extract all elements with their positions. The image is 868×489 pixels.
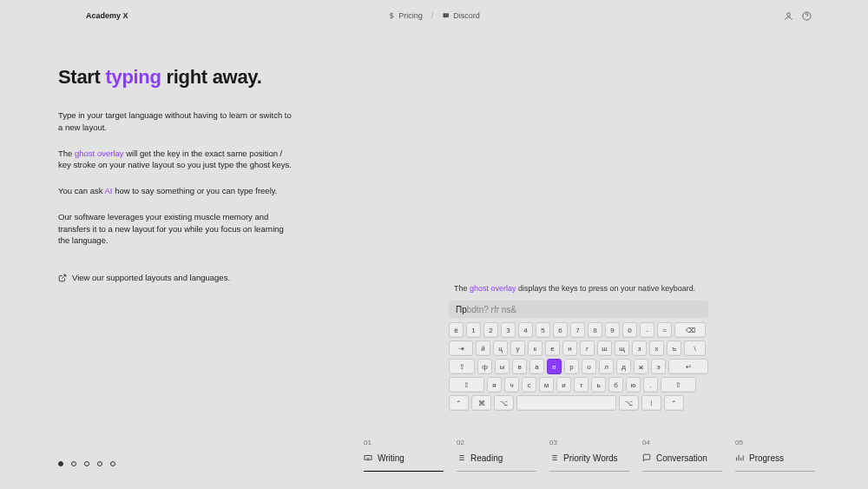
- key-2-8[interactable]: ш: [597, 340, 612, 356]
- paragraph-3: You can ask AI how to say something or y…: [58, 185, 293, 197]
- key-1-10[interactable]: 0: [622, 322, 637, 338]
- key-3-7[interactable]: о: [582, 359, 596, 374]
- key-1-0[interactable]: ë: [449, 322, 464, 338]
- key-2-9[interactable]: щ: [615, 340, 629, 356]
- key-3-6[interactable]: р: [564, 359, 579, 374]
- key-2-5[interactable]: е: [545, 340, 560, 356]
- key-2-3[interactable]: у: [510, 340, 525, 356]
- ai-link[interactable]: AI: [105, 186, 113, 195]
- ghost-overlay-link-2[interactable]: ghost overlay: [470, 284, 516, 293]
- key-2-2[interactable]: ц: [493, 340, 508, 356]
- key-1-13[interactable]: ⌫: [674, 322, 706, 338]
- list-icon: [549, 450, 558, 466]
- dot-4[interactable]: [97, 461, 102, 466]
- key-3-2[interactable]: ы: [495, 359, 510, 374]
- key-4-1[interactable]: я: [487, 377, 502, 393]
- key-3-9[interactable]: д: [616, 359, 631, 374]
- key-3-12[interactable]: ↵: [668, 359, 708, 374]
- key-2-4[interactable]: к: [528, 340, 542, 356]
- tab-underline: [457, 471, 536, 472]
- key-4-4[interactable]: м: [539, 377, 554, 393]
- key-1-1[interactable]: 1: [466, 322, 481, 338]
- help-icon[interactable]: [802, 11, 812, 21]
- key-3-8[interactable]: л: [599, 359, 614, 374]
- key-2-10[interactable]: з: [632, 340, 647, 356]
- key-3-3[interactable]: в: [512, 359, 527, 374]
- key-1-2[interactable]: 2: [483, 322, 498, 338]
- svg-rect-2: [365, 456, 372, 460]
- key-4-10[interactable]: .: [643, 377, 658, 393]
- tab-reading[interactable]: 02Reading: [457, 437, 549, 472]
- key-5-5[interactable]: ⁞: [641, 395, 661, 411]
- header: Academy X Pricing / Discord: [0, 0, 868, 31]
- key-5-4[interactable]: ⌥: [619, 395, 639, 411]
- key-1-11[interactable]: -: [640, 322, 654, 338]
- keyboard-input-display: Прbdtn? rfr ns&: [449, 301, 708, 318]
- headline-pre: Start: [58, 66, 105, 88]
- key-3-0[interactable]: ⇪: [449, 359, 475, 374]
- user-icon[interactable]: [784, 11, 793, 21]
- tab-writing[interactable]: 01Writing: [364, 437, 457, 472]
- key-4-3[interactable]: с: [522, 377, 536, 393]
- key-1-4[interactable]: 4: [518, 322, 533, 338]
- key-4-0[interactable]: ⇧: [449, 377, 484, 393]
- headline-accent: typing: [105, 66, 161, 88]
- key-1-6[interactable]: 6: [553, 322, 568, 338]
- ghost-overlay-link[interactable]: ghost overlay: [75, 149, 124, 158]
- key-3-5[interactable]: п: [547, 359, 562, 374]
- paragraph-4: Our software leverages your existing mus…: [58, 211, 293, 247]
- key-4-8[interactable]: б: [608, 377, 623, 393]
- dot-1[interactable]: [58, 461, 63, 466]
- kbd-row-3: ⇪фывапролджэ↵: [449, 359, 708, 374]
- key-5-6[interactable]: ⌃: [664, 395, 684, 411]
- discord-label: Discord: [453, 11, 480, 20]
- keyboard-caption: The ghost overlay displays the keys to p…: [454, 284, 695, 293]
- discord-icon: [442, 12, 450, 19]
- tab-priority-words[interactable]: 03Priority Words: [549, 437, 642, 472]
- key-1-8[interactable]: 8: [588, 322, 602, 338]
- dot-5[interactable]: [110, 461, 115, 466]
- supported-languages-link[interactable]: View our supported layouts and languages…: [58, 273, 293, 282]
- tab-number: 05: [735, 439, 828, 446]
- key-4-5[interactable]: и: [556, 377, 571, 393]
- key-4-2[interactable]: ч: [504, 377, 519, 393]
- kbd-row-5: ⌃⌘⌥⌥⁞⌃: [449, 395, 708, 411]
- key-4-11[interactable]: ⇧: [661, 377, 696, 393]
- key-2-7[interactable]: г: [580, 340, 595, 356]
- key-1-3[interactable]: 3: [501, 322, 516, 338]
- key-4-6[interactable]: т: [574, 377, 589, 393]
- brand[interactable]: Academy X: [86, 11, 128, 20]
- key-3-10[interactable]: ж: [634, 359, 648, 374]
- tab-number: 03: [549, 439, 642, 446]
- tab-progress[interactable]: 05Progress: [735, 437, 828, 472]
- key-3-1[interactable]: ф: [477, 359, 492, 374]
- key-5-1[interactable]: ⌘: [471, 395, 491, 411]
- key-2-13[interactable]: \: [684, 340, 706, 356]
- key-2-1[interactable]: й: [476, 340, 490, 356]
- key-4-9[interactable]: ю: [626, 377, 641, 393]
- kbd-cap-pre: The: [454, 284, 470, 293]
- tab-conversation[interactable]: 04Conversation: [642, 437, 735, 472]
- kbd-row-2: ⇥йцукенгшщзхъ\: [449, 340, 708, 356]
- key-4-7[interactable]: ь: [591, 377, 606, 393]
- key-5-2[interactable]: ⌥: [494, 395, 514, 411]
- key-5-3[interactable]: [516, 395, 616, 411]
- key-1-5[interactable]: 5: [536, 322, 550, 338]
- key-1-9[interactable]: 9: [605, 322, 620, 338]
- hero-section: Start typing right away. Type in your ta…: [58, 66, 293, 282]
- key-2-0[interactable]: ⇥: [449, 340, 473, 356]
- key-2-6[interactable]: н: [562, 340, 577, 356]
- discord-link[interactable]: Discord: [442, 11, 480, 20]
- key-2-11[interactable]: х: [649, 340, 664, 356]
- key-3-11[interactable]: э: [651, 359, 666, 374]
- dot-2[interactable]: [71, 461, 76, 466]
- key-1-12[interactable]: =: [657, 322, 672, 338]
- tab-label: Priority Words: [563, 453, 618, 463]
- key-5-0[interactable]: ⌃: [449, 395, 469, 411]
- key-1-7[interactable]: 7: [570, 322, 585, 338]
- pricing-link[interactable]: Pricing: [388, 11, 423, 20]
- dot-3[interactable]: [84, 461, 89, 466]
- key-3-4[interactable]: а: [529, 359, 544, 374]
- key-2-12[interactable]: ъ: [667, 340, 681, 356]
- header-center: Pricing / Discord: [388, 11, 480, 20]
